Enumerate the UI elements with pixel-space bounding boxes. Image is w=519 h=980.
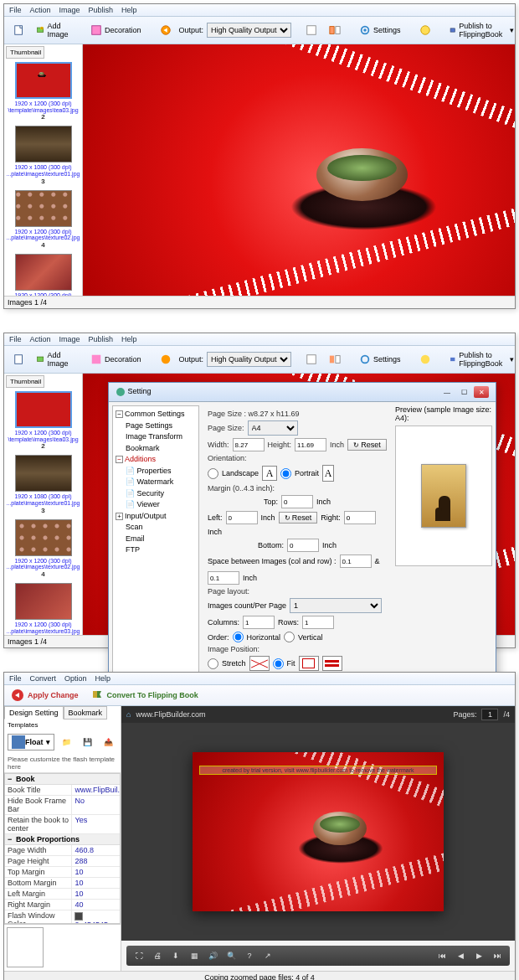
landscape-radio[interactable] bbox=[208, 468, 218, 479]
thumbnail-tab[interactable]: Thumbnail bbox=[6, 46, 44, 59]
thumb-item[interactable]: 1920 x 1200 (300 dpi)...plate\images\tex… bbox=[6, 519, 80, 578]
menu-help[interactable]: Help bbox=[95, 674, 111, 683]
menu-image[interactable]: Image bbox=[59, 335, 80, 343]
thumbnail-list[interactable]: 1920 x 1200 (300 dpi)\template\images\te… bbox=[4, 389, 82, 635]
menu-option[interactable]: Option bbox=[64, 674, 87, 683]
fit-radio[interactable] bbox=[273, 658, 284, 669]
minimize-icon[interactable]: — bbox=[439, 386, 455, 398]
share-icon[interactable]: ↗ bbox=[262, 950, 274, 962]
tree-io[interactable]: Input/Output bbox=[125, 512, 167, 520]
tpl-action1-icon[interactable]: 📁 bbox=[58, 735, 75, 749]
page-size-select[interactable]: A4 bbox=[248, 420, 298, 436]
layout2-icon[interactable] bbox=[325, 22, 345, 39]
help-icon[interactable]: ? bbox=[244, 950, 255, 962]
top-input[interactable] bbox=[281, 495, 313, 508]
canvas[interactable] bbox=[83, 44, 515, 296]
thumb-item[interactable]: 1920 x 1200 (300 dpi) ...plate\images\te… bbox=[6, 254, 80, 296]
menu-publish[interactable]: Publish bbox=[89, 6, 114, 14]
horizontal-radio[interactable] bbox=[233, 632, 244, 642]
menu-image[interactable]: Image bbox=[59, 6, 80, 14]
thumbnail-list[interactable]: 1920 x 1200 (300 dpi) \template\images\t… bbox=[4, 60, 82, 296]
menu-publish[interactable]: Publish bbox=[89, 335, 114, 343]
tree-common[interactable]: Common Settings bbox=[125, 410, 185, 418]
menu-action[interactable]: Action bbox=[30, 335, 51, 343]
prop-val[interactable]: 288 bbox=[71, 856, 120, 866]
menu-action[interactable]: Action bbox=[30, 6, 51, 14]
property-grid[interactable]: Book Book Titlewww.FlipBuil... Hide Book… bbox=[4, 773, 121, 924]
publish-button[interactable]: Publish to FlippingBook ▾ bbox=[445, 19, 518, 41]
tree-ftp[interactable]: FTP bbox=[116, 544, 196, 556]
tree-image-transform[interactable]: Image Transform bbox=[116, 431, 196, 443]
width-input[interactable] bbox=[233, 438, 265, 451]
zoom-icon[interactable]: 🔍 bbox=[225, 950, 237, 962]
stage[interactable]: created by trial version, visit www.flip… bbox=[121, 723, 515, 941]
img-count-select[interactable]: 1 bbox=[290, 598, 382, 613]
layout1-icon[interactable] bbox=[301, 22, 321, 39]
expand-icon[interactable]: + bbox=[116, 513, 123, 520]
menu-file[interactable]: File bbox=[9, 6, 22, 14]
thumb-item[interactable]: 1920 x 1200 (300 dpi) \template\images\t… bbox=[6, 62, 80, 121]
tab-bookmark[interactable]: Bookmark bbox=[64, 706, 108, 720]
tree-additions[interactable]: Additions bbox=[125, 455, 156, 463]
prop-group-book[interactable]: Book bbox=[5, 774, 120, 785]
thumb-item[interactable]: 1920 x 1200 (300 dpi) ...plate\images\te… bbox=[6, 190, 80, 249]
export-icon[interactable] bbox=[415, 22, 435, 39]
template-select[interactable]: Float ▾ bbox=[8, 734, 54, 750]
last-page-icon[interactable]: ⏭ bbox=[491, 950, 503, 962]
prop-val[interactable]: 460.8 bbox=[71, 845, 120, 855]
settings-button[interactable]: Settings bbox=[355, 22, 405, 39]
output-toggle-icon[interactable] bbox=[156, 22, 176, 39]
collapse-icon[interactable]: − bbox=[116, 456, 123, 463]
add-image-button[interactable]: Add Image bbox=[33, 19, 76, 41]
file-icon[interactable] bbox=[9, 22, 29, 39]
space-col-input[interactable] bbox=[340, 554, 372, 568]
book-preview[interactable]: created by trial version, visit www.flip… bbox=[193, 752, 444, 911]
thumb-item[interactable]: 1920 x 1080 (300 dpi) ...plate\images\te… bbox=[6, 126, 80, 184]
sound-icon[interactable]: 🔊 bbox=[207, 950, 218, 962]
output-toggle-icon[interactable] bbox=[156, 351, 176, 368]
first-page-icon[interactable]: ⏮ bbox=[436, 950, 448, 962]
close-icon[interactable]: ✕ bbox=[474, 386, 489, 398]
bottom-input[interactable] bbox=[287, 539, 319, 552]
tab-design[interactable]: Design Setting bbox=[4, 706, 64, 720]
download-icon[interactable]: ⬇ bbox=[170, 950, 182, 962]
tpl-action2-icon[interactable]: 💾 bbox=[79, 735, 96, 749]
prop-group-proportions[interactable]: Book Proportions bbox=[5, 834, 120, 845]
space-row-input[interactable] bbox=[208, 571, 239, 585]
stretch-radio[interactable] bbox=[208, 658, 218, 669]
publish-button[interactable]: Publish to FlippingBook ▾ bbox=[445, 348, 518, 370]
prop-val[interactable]: 0x454545 bbox=[71, 910, 120, 924]
convert-button[interactable]: Convert To Flipping Book bbox=[90, 689, 198, 702]
decoration-button[interactable]: Decoration bbox=[86, 351, 146, 368]
thumb-item[interactable]: 1920 x 1200 (300 dpi)...plate\images\tex… bbox=[6, 583, 80, 635]
tree-watermark[interactable]: 📄 Watermark bbox=[116, 477, 196, 488]
prop-val[interactable]: 10 bbox=[71, 889, 120, 899]
height-input[interactable] bbox=[295, 438, 326, 451]
collapse-icon[interactable]: − bbox=[116, 410, 123, 418]
menu-convert[interactable]: Convert bbox=[30, 674, 57, 683]
tpl-action3-icon[interactable]: 📤 bbox=[100, 735, 117, 749]
tree-scan[interactable]: Scan bbox=[116, 522, 196, 534]
menu-file[interactable]: File bbox=[9, 674, 22, 683]
menu-file[interactable]: File bbox=[9, 335, 22, 343]
tree-security[interactable]: 📄 Security bbox=[116, 488, 196, 500]
expand-icon[interactable]: ⛶ bbox=[133, 950, 145, 962]
prop-val[interactable]: No bbox=[71, 796, 120, 814]
left-input[interactable] bbox=[226, 511, 258, 524]
tree-properties[interactable]: 📄 Properties bbox=[116, 466, 196, 477]
tree-viewer[interactable]: 📄 Viewer bbox=[116, 499, 196, 511]
prop-val[interactable]: 10 bbox=[71, 867, 120, 877]
layout2-icon[interactable] bbox=[325, 351, 345, 368]
file-icon[interactable] bbox=[9, 351, 29, 368]
prop-val[interactable]: 10 bbox=[71, 878, 120, 888]
menu-help[interactable]: Help bbox=[121, 335, 137, 343]
output-select[interactable]: High Quality Output bbox=[207, 23, 291, 38]
cols-input[interactable] bbox=[243, 616, 275, 629]
template-thumb[interactable] bbox=[7, 927, 44, 967]
reset-button[interactable]: ↻ Reset bbox=[347, 439, 387, 451]
export-icon[interactable] bbox=[415, 351, 435, 368]
settings-tree[interactable]: −Common Settings Page Settings Image Tra… bbox=[112, 405, 199, 675]
settings-button[interactable]: Settings bbox=[355, 351, 405, 368]
portrait-radio[interactable] bbox=[280, 468, 291, 479]
prop-val[interactable]: Yes bbox=[71, 815, 120, 833]
